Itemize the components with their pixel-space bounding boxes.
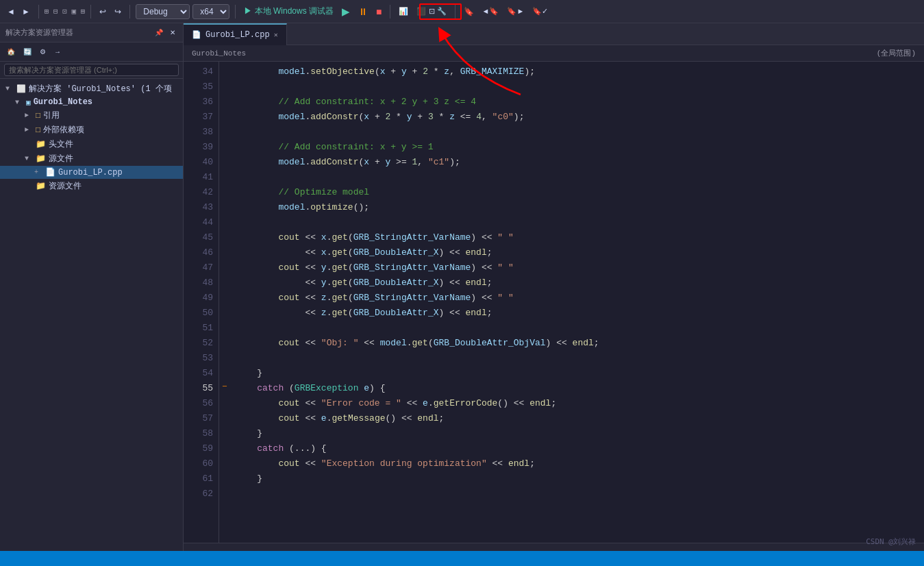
sidebar-pin-button[interactable]: 📌	[153, 28, 165, 37]
gutter-60	[219, 454, 230, 469]
sidebar-home-button[interactable]: 🏠	[4, 47, 18, 57]
sidebar-search-input[interactable]	[4, 64, 179, 76]
sep5	[390, 5, 390, 19]
forward-button[interactable]: ►	[19, 5, 33, 18]
editor-area: 📄 Gurobi_LP.cpp ✕ Gurobi_Notes (全局范围) 34…	[184, 23, 924, 551]
ln-43: 43	[192, 200, 213, 215]
gutter-59	[219, 439, 230, 454]
solution-label: 解决方案 'Gurobi_Notes' (1 个项	[29, 83, 172, 95]
code-line-43: model.optimize();	[236, 200, 924, 215]
code-line-56: cout << "Error code = " << e.getErrorCod…	[236, 396, 924, 411]
tree-expand-icon-3: ►	[25, 112, 33, 119]
gutter-42	[219, 182, 230, 197]
horizontal-scrollbar[interactable]	[184, 543, 924, 551]
gutter-50	[219, 303, 230, 318]
tree-item-resources[interactable]: 📁 资源文件	[0, 179, 183, 193]
project-label: Gurobi_Notes	[34, 97, 92, 107]
ln-37: 37	[192, 110, 213, 125]
code-line-38	[236, 125, 924, 140]
code-line-48: << y.get(GRB_DoubleAttr_X) << endl;	[236, 275, 924, 291]
breadcrumb: Gurobi_Notes	[192, 49, 246, 58]
ln-51: 51	[192, 321, 213, 336]
code-line-34: model.setObjective(x + y + 2 * z, GRB_MA…	[236, 64, 924, 79]
ln-34: 34	[192, 64, 213, 79]
ln-52: 52	[192, 336, 213, 351]
platform-dropdown[interactable]: x64 x86	[192, 4, 229, 19]
tree-item-references[interactable]: ► □ 引用	[0, 108, 183, 123]
code-line-52: cout << "Obj: " << model.get(GRB_DoubleA…	[236, 336, 924, 351]
code-line-47: cout << y.get(GRB_StringAttr_VarName) <<…	[236, 260, 924, 275]
ln-54: 54	[192, 366, 213, 381]
sidebar-nav-toolbar: 🏠 🔄 ⚙ →	[0, 42, 183, 62]
code-line-57: cout << e.getMessage() << endl;	[236, 411, 924, 426]
ln-42: 42	[192, 185, 213, 200]
sources-label: 源文件	[49, 153, 73, 164]
sidebar-refresh-button[interactable]: 🔄	[21, 47, 34, 57]
tree-item-main-cpp[interactable]: + 📄 Gurobi_LP.cpp	[0, 166, 183, 179]
config-dropdown[interactable]: Debug Release	[136, 4, 190, 19]
window-icons: ⊞ ⊟ ⊡ ▣ ⊞	[45, 7, 86, 16]
gutter-53	[219, 348, 230, 363]
run-local-button[interactable]: ▶ 本地 Windows 调试器	[241, 4, 336, 19]
gutter-61	[219, 469, 230, 484]
bookmark-prev-button[interactable]: ◄🔖	[479, 5, 502, 17]
bookmark-button[interactable]: 🔖	[461, 5, 477, 18]
diagnostics-button[interactable]: 📊	[396, 5, 411, 17]
gutter-48	[219, 273, 230, 288]
tree-item-sources[interactable]: ▼ 📁 源文件	[0, 151, 183, 166]
gutter-38	[219, 122, 230, 137]
ln-38: 38	[192, 125, 213, 140]
redo-button[interactable]: ↪	[112, 5, 124, 18]
ln-60: 60	[192, 456, 213, 471]
tab-close-button[interactable]: ✕	[274, 31, 278, 39]
debug-button[interactable]: ⏸	[355, 5, 371, 19]
sep6	[455, 5, 455, 19]
tree-item-project[interactable]: ▼ ▣ Gurobi_Notes	[0, 96, 183, 108]
stop-button[interactable]: ■	[373, 5, 384, 19]
ln-44: 44	[192, 215, 213, 230]
gutter-47	[219, 258, 230, 273]
undo-button[interactable]: ↩	[97, 5, 109, 18]
code-line-60: cout << "Exception during optimization" …	[236, 456, 924, 471]
gutter: —	[219, 62, 230, 543]
tree-expand-icon-4: ►	[25, 126, 33, 134]
sidebar-header: 解决方案资源管理器 📌 ✕	[0, 23, 183, 42]
tree-item-extdeps[interactable]: ► □ 外部依赖项	[0, 123, 183, 137]
code-content[interactable]: model.setObjective(x + y + 2 * z, GRB_MA…	[230, 62, 924, 543]
back-button[interactable]: ◄	[4, 5, 18, 18]
ln-46: 46	[192, 245, 213, 260]
tab-gurobi-lp[interactable]: 📄 Gurobi_LP.cpp ✕	[184, 23, 287, 45]
sidebar-close-button[interactable]: ✕	[168, 28, 177, 37]
gutter-43	[219, 197, 230, 212]
gutter-62	[219, 484, 230, 499]
folder-icon-refs: □	[36, 111, 40, 121]
ln-62: 62	[192, 487, 213, 502]
sidebar-settings-button[interactable]: ⚙	[37, 47, 49, 57]
code-line-39: // Add constraint: x + y >= 1	[236, 140, 924, 155]
bookmark-all-button[interactable]: 🔖✓	[529, 5, 551, 17]
play-button[interactable]: ▶	[339, 4, 353, 19]
tree-expand-icon-6: ▼	[25, 155, 33, 162]
code-line-42: // Optimize model	[236, 185, 924, 200]
sidebar: 解决方案资源管理器 📌 ✕ 🏠 🔄 ⚙ → ▼ ⬜ 解决方案 'Gurobi_N…	[0, 23, 184, 551]
sidebar-arrow-button[interactable]: →	[51, 47, 64, 57]
scope-label: (全局范围)	[877, 48, 916, 58]
sidebar-title: 解决方案资源管理器	[5, 27, 73, 38]
code-line-35	[236, 79, 924, 95]
gutter-55: —	[219, 378, 230, 393]
sep1	[38, 5, 39, 19]
code-line-53	[236, 351, 924, 366]
breakpoints-button[interactable]: ⬛ ⊡ 🔧	[414, 5, 449, 17]
gutter-56	[219, 393, 230, 408]
sep4	[235, 5, 236, 19]
breadcrumb-bar: Gurobi_Notes (全局范围)	[184, 45, 924, 62]
code-editor[interactable]: 34 35 36 37 38 39 40 41 42 43 44 45 46 4…	[184, 62, 924, 543]
tab-bar: 📄 Gurobi_LP.cpp ✕	[184, 23, 924, 45]
tree-leaf-icon: +	[34, 169, 42, 176]
bookmark-next-button[interactable]: 🔖►	[504, 5, 527, 17]
tree-item-headers[interactable]: 📁 头文件	[0, 137, 183, 151]
sep3	[129, 5, 130, 19]
tree-item-solution[interactable]: ▼ ⬜ 解决方案 'Gurobi_Notes' (1 个项	[0, 82, 183, 96]
window-controls: ⊞ ⊟ ⊡ ▣ ⊞	[45, 7, 86, 16]
code-line-59: catch (...) {	[236, 441, 924, 456]
